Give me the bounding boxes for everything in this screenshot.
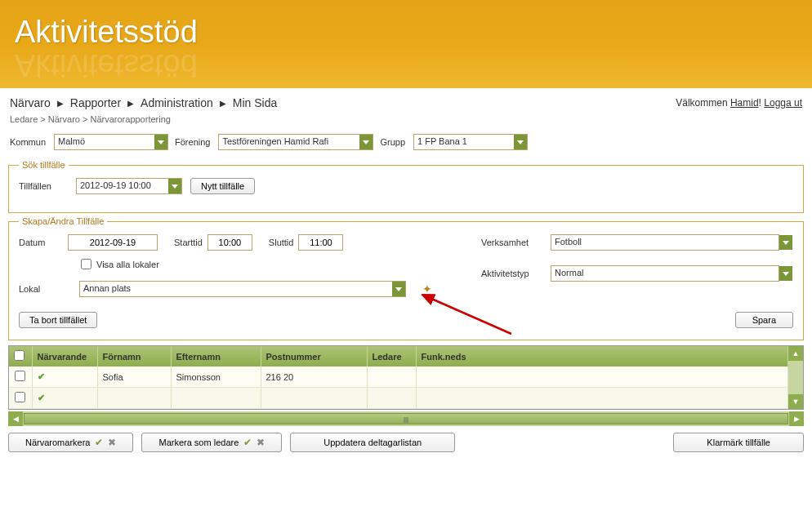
row-checkbox[interactable] xyxy=(15,392,25,402)
visa-alla-lokaler-checkbox[interactable] xyxy=(81,259,91,269)
grupp-label: Grupp xyxy=(380,137,405,147)
breadcrumb-current: Närvarorapportering xyxy=(90,114,170,124)
table-row[interactable]: ✔ Sofia Simonsson 216 20 xyxy=(9,367,788,388)
filter-row: Kommun Malmö Förening Testföreningen Ham… xyxy=(0,131,812,157)
app-logo-reflection: Aktivitetsstöd xyxy=(15,47,198,82)
chevron-down-icon xyxy=(779,266,792,281)
nytt-tillfalle-button[interactable]: Nytt tillfälle xyxy=(190,178,255,194)
tillfallen-label: Tillfällen xyxy=(19,181,68,191)
welcome-prefix: Välkommen xyxy=(676,97,730,109)
row-checkbox[interactable] xyxy=(15,371,25,381)
starttid-input[interactable] xyxy=(207,234,252,251)
breadcrumb: Ledare > Närvaro > Närvarorapportering xyxy=(0,113,812,131)
cell-ledare xyxy=(367,367,416,388)
lokal-select[interactable]: Annan plats xyxy=(79,281,406,297)
datum-input[interactable] xyxy=(68,234,158,251)
visa-alla-lokaler-label: Visa alla lokaler xyxy=(96,260,159,269)
kommun-label: Kommun xyxy=(10,137,46,147)
cell-postnummer: 216 20 xyxy=(261,367,367,388)
datum-label: Datum xyxy=(19,238,68,247)
scroll-track[interactable] xyxy=(788,361,803,394)
header-funkneds[interactable]: Funk.neds xyxy=(416,346,788,367)
spara-button[interactable]: Spara xyxy=(735,312,793,328)
nav-rapporter[interactable]: Rapporter xyxy=(70,96,121,109)
ta-bort-tillfallet-button[interactable]: Ta bort tillfället xyxy=(19,312,97,328)
header-postnummer[interactable]: Postnummer xyxy=(261,346,367,367)
aktivitetstyp-label: Aktivitetstyp xyxy=(481,269,551,278)
verksamhet-select[interactable]: Fotboll xyxy=(551,234,793,251)
uppdatera-deltagarlistan-button[interactable]: Uppdatera deltagarlistan xyxy=(290,433,455,452)
sok-tillfalle-fieldset: Sök tillfälle Tillfällen 2012-09-19 10:0… xyxy=(8,160,804,213)
cell-fornamn: Sofia xyxy=(97,367,171,388)
header-narvarande[interactable]: Närvarande xyxy=(32,346,97,367)
cell-funkneds xyxy=(416,367,788,388)
present-check-icon: ✔ xyxy=(38,393,45,402)
horizontal-scrollbar[interactable]: ◀ ||| ▶ xyxy=(8,411,804,426)
header-ledare[interactable]: Ledare xyxy=(367,346,416,367)
cell-efternamn: Simonsson xyxy=(171,367,261,388)
user-link[interactable]: Hamid xyxy=(730,97,759,109)
participants-table-container: Närvarande Förnamn Efternamn Postnummer … xyxy=(8,345,804,410)
skapa-legend: Skapa/Ändra Tillfälle xyxy=(19,216,107,226)
verksamhet-label: Verksamhet xyxy=(481,238,551,247)
chevron-down-icon xyxy=(779,235,792,250)
sluttid-label: Sluttid xyxy=(269,238,294,247)
breadcrumb-narvaro[interactable]: Närvaro xyxy=(48,114,80,124)
header-efternamn[interactable]: Efternamn xyxy=(171,346,261,367)
markera-som-ledare-button[interactable]: Markera som ledare ✔ ✖ xyxy=(141,433,282,452)
forening-label: Förening xyxy=(175,137,210,147)
logout-link[interactable]: Logga ut xyxy=(764,97,802,109)
svg-line-0 xyxy=(430,298,511,334)
present-check-icon: ✔ xyxy=(38,371,45,381)
nav-bar: Närvaro ▶ Rapporter ▶ Administration ▶ M… xyxy=(0,88,812,113)
check-icon: ✔ xyxy=(95,437,103,448)
welcome-area: Välkommen Hamid! Logga ut xyxy=(676,97,802,109)
table-row[interactable]: ✔ xyxy=(9,388,788,409)
skapa-tillfalle-fieldset: Skapa/Ändra Tillfälle Datum Starttid Slu… xyxy=(8,216,804,340)
scroll-thumb[interactable]: ||| xyxy=(24,413,788,424)
klarmark-tillfalle-button[interactable]: Klarmärk tillfälle xyxy=(673,433,804,452)
scroll-down-button[interactable]: ▼ xyxy=(788,394,803,409)
chevron-right-icon: ▶ xyxy=(220,99,226,108)
chevron-right-icon: ▶ xyxy=(127,99,134,108)
lokal-label: Lokal xyxy=(19,284,68,294)
annotation-arrow-icon xyxy=(422,293,520,342)
tillfallen-select[interactable]: 2012-09-19 10:00 xyxy=(76,178,182,194)
scroll-left-button[interactable]: ◀ xyxy=(8,411,23,426)
vertical-scrollbar[interactable]: ▲ ▼ xyxy=(788,346,803,409)
header-select-all[interactable] xyxy=(9,346,32,367)
x-icon: ✖ xyxy=(257,437,265,448)
narvaromarkera-button[interactable]: Närvaromarkera ✔ ✖ xyxy=(8,433,133,452)
kommun-select[interactable]: Malmö xyxy=(54,134,168,150)
nav-narvaro[interactable]: Närvaro xyxy=(10,96,51,109)
grupp-select[interactable]: 1 FP Bana 1 xyxy=(413,134,528,150)
chevron-right-icon: ▶ xyxy=(57,99,64,108)
header-banner: Aktivitetsstöd Aktivitetsstöd xyxy=(0,0,812,88)
nav-min-sida[interactable]: Min Sida xyxy=(233,96,277,109)
participants-table: Närvarande Förnamn Efternamn Postnummer … xyxy=(9,346,788,409)
sluttid-input[interactable] xyxy=(298,234,343,251)
breadcrumb-ledare[interactable]: Ledare xyxy=(10,114,38,124)
bottom-toolbar: Närvaromarkera ✔ ✖ Markera som ledare ✔ … xyxy=(0,426,812,464)
forening-select[interactable]: Testföreningen Hamid Rafi xyxy=(218,134,373,150)
app-logo: Aktivitetsstöd xyxy=(15,15,812,50)
scroll-right-button[interactable]: ▶ xyxy=(789,411,804,426)
header-fornamn[interactable]: Förnamn xyxy=(97,346,171,367)
check-icon: ✔ xyxy=(243,437,252,448)
aktivitetstyp-select[interactable]: Normal xyxy=(551,265,793,282)
select-all-checkbox[interactable] xyxy=(14,350,25,361)
nav-administration[interactable]: Administration xyxy=(141,96,213,109)
sok-legend: Sök tillfälle xyxy=(19,160,69,170)
starttid-label: Starttid xyxy=(174,238,203,247)
scroll-up-button[interactable]: ▲ xyxy=(788,346,803,361)
x-icon: ✖ xyxy=(108,437,116,448)
